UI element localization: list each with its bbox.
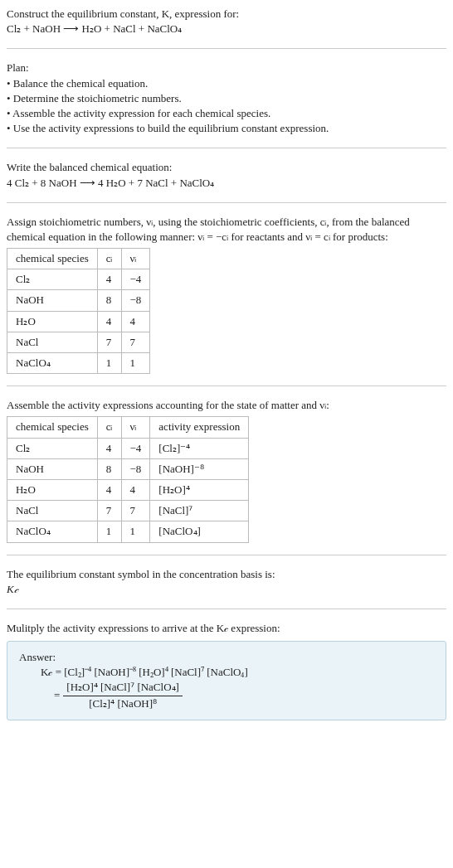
table-header: chemical species (7, 417, 98, 438)
table-cell: 7 (121, 501, 150, 521)
table-cell: NaClO₄ (7, 353, 98, 374)
table-row: NaClO₄ 1 1 [NaClO₄] (7, 521, 249, 542)
plan-item: • Use the activity expressions to build … (7, 121, 446, 136)
table-cell: H₂O (7, 479, 98, 500)
answer-box: Answer: K𝒸 = [Cl₂]⁻⁴ [NaOH]⁻⁸ [H₂O]⁴ [Na… (7, 641, 446, 720)
divider (7, 386, 446, 386)
table-cell: 7 (121, 332, 150, 352)
table-cell: −8 (121, 290, 150, 311)
divider (7, 148, 446, 148)
table-header: cᵢ (97, 417, 121, 438)
table-cell: [NaClO₄] (150, 521, 249, 542)
multiply-section: Mulitply the activity expressions to arr… (7, 621, 446, 636)
divider (7, 555, 446, 555)
table-cell: 4 (121, 479, 150, 500)
answer-line2: = [H₂O]⁴ [NaCl]⁷ [NaClO₄] [Cl₂]⁴ [NaOH]⁸ (41, 680, 434, 710)
activity-section: Assemble the activity expressions accoun… (7, 398, 446, 542)
divider (7, 202, 446, 203)
table-cell: −4 (121, 438, 150, 458)
table-cell: 4 (97, 311, 121, 332)
table-header: νᵢ (121, 417, 150, 438)
table-row: Cl₂ 4 −4 (7, 269, 150, 290)
table-row: NaCl 7 7 (7, 332, 150, 352)
table-cell: NaCl (7, 501, 98, 521)
intro-line1: Construct the equilibrium constant, K, e… (7, 7, 446, 22)
table-row: NaCl 7 7 [NaCl]⁷ (7, 501, 249, 521)
divider (7, 48, 446, 49)
table-cell: −4 (121, 269, 150, 290)
table-cell: 1 (97, 521, 121, 542)
table-row: NaClO₄ 1 1 (7, 353, 150, 374)
table-row: H₂O 4 4 [H₂O]⁴ (7, 479, 249, 500)
answer-fraction: [H₂O]⁴ [NaCl]⁷ [NaClO₄] [Cl₂]⁴ [NaOH]⁸ (63, 680, 183, 710)
plan-heading: Plan: (7, 61, 446, 75)
answer-eq-lhs: = (54, 688, 60, 703)
table-row: NaOH 8 −8 [NaOH]⁻⁸ (7, 458, 249, 479)
table-row: NaOH 8 −8 (7, 290, 150, 311)
table-cell: NaOH (7, 458, 98, 479)
answer-line1: K𝒸 = [Cl₂]⁻⁴ [NaOH]⁻⁸ [H₂O]⁴ [NaCl]⁷ [Na… (41, 665, 434, 680)
assign-section: Assign stoichiometric numbers, νᵢ, using… (7, 215, 446, 375)
answer-numerator: [H₂O]⁴ [NaCl]⁷ [NaClO₄] (63, 680, 183, 696)
intro-equation: Cl₂ + NaOH ⟶ H₂O + NaCl + NaClO₄ (7, 22, 446, 36)
table-cell: 1 (97, 353, 121, 374)
table-cell: [H₂O]⁴ (150, 479, 249, 500)
activity-text: Assemble the activity expressions accoun… (7, 398, 446, 413)
answer-denominator: [Cl₂]⁴ [NaOH]⁸ (63, 696, 183, 711)
table-cell: 1 (121, 521, 150, 542)
table-header: cᵢ (97, 249, 121, 269)
table-cell: NaClO₄ (7, 521, 98, 542)
table-cell: H₂O (7, 311, 98, 332)
plan-item: • Assemble the activity expression for e… (7, 106, 446, 121)
table-cell: NaCl (7, 332, 98, 352)
table-row: chemical species cᵢ νᵢ activity expressi… (7, 417, 249, 438)
table-cell: [NaOH]⁻⁸ (150, 458, 249, 479)
plan-item: • Determine the stoichiometric numbers. (7, 91, 446, 106)
intro-section: Construct the equilibrium constant, K, e… (7, 7, 446, 36)
balanced-line1: Write the balanced chemical equation: (7, 160, 446, 175)
table-row: H₂O 4 4 (7, 311, 150, 332)
multiply-text: Mulitply the activity expressions to arr… (7, 621, 446, 636)
plan-section: Plan: • Balance the chemical equation. •… (7, 61, 446, 136)
symbol-kc: K𝒸 (7, 582, 446, 597)
balanced-section: Write the balanced chemical equation: 4 … (7, 160, 446, 190)
table-cell: Cl₂ (7, 438, 98, 458)
assign-text: Assign stoichiometric numbers, νᵢ, using… (7, 215, 446, 245)
table-cell: 8 (97, 458, 121, 479)
table-cell: Cl₂ (7, 269, 98, 290)
table-header: activity expression (150, 417, 249, 438)
table-cell: [NaCl]⁷ (150, 501, 249, 521)
plan-item: • Balance the chemical equation. (7, 76, 446, 91)
table-header: νᵢ (121, 249, 150, 269)
table-cell: 4 (97, 269, 121, 290)
symbol-line1: The equilibrium constant symbol in the c… (7, 567, 446, 582)
answer-label: Answer: (19, 650, 434, 665)
table-cell: 4 (97, 438, 121, 458)
table-header: chemical species (7, 249, 98, 269)
table-cell: −8 (121, 458, 150, 479)
table-cell: 7 (97, 501, 121, 521)
table-cell: 8 (97, 290, 121, 311)
table-cell: 4 (97, 479, 121, 500)
table-cell: 4 (121, 311, 150, 332)
table-row: chemical species cᵢ νᵢ (7, 249, 150, 269)
symbol-section: The equilibrium constant symbol in the c… (7, 567, 446, 597)
table-cell: 7 (97, 332, 121, 352)
assign-table: chemical species cᵢ νᵢ Cl₂ 4 −4 NaOH 8 −… (7, 248, 150, 374)
divider (7, 609, 446, 609)
table-cell: NaOH (7, 290, 98, 311)
table-cell: [Cl₂]⁻⁴ (150, 438, 249, 458)
balanced-equation: 4 Cl₂ + 8 NaOH ⟶ 4 H₂O + 7 NaCl + NaClO₄ (7, 176, 446, 191)
table-row: Cl₂ 4 −4 [Cl₂]⁻⁴ (7, 438, 249, 458)
activity-table: chemical species cᵢ νᵢ activity expressi… (7, 416, 249, 542)
table-cell: 1 (121, 353, 150, 374)
